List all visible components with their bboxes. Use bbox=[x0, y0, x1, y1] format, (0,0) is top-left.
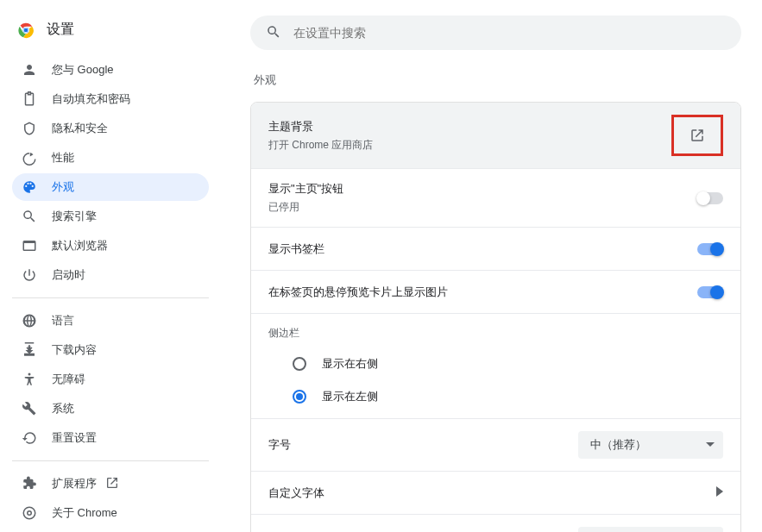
radio-checked-icon bbox=[293, 390, 306, 404]
row-title: 显示"主页"按钮 bbox=[268, 181, 343, 197]
nav-on-startup[interactable]: 启动时 bbox=[12, 261, 209, 289]
svg-point-5 bbox=[28, 511, 32, 516]
svg-point-2 bbox=[24, 28, 28, 32]
nav-default-browser[interactable]: 默认浏览器 bbox=[12, 232, 209, 260]
shield-icon bbox=[21, 120, 38, 137]
custom-fonts-row[interactable]: 自定义字体 bbox=[251, 472, 740, 515]
nav-label: 外观 bbox=[52, 179, 74, 195]
divider bbox=[12, 297, 209, 298]
row-subtitle: 打开 Chrome 应用商店 bbox=[268, 138, 373, 153]
select-value: 中（推荐） bbox=[590, 437, 646, 453]
globe-icon bbox=[21, 312, 38, 329]
nav-privacy[interactable]: 隐私和安全 bbox=[12, 115, 209, 142]
bookmarks-bar-toggle[interactable] bbox=[697, 243, 723, 255]
open-in-new-icon bbox=[690, 128, 705, 143]
open-webstore-button[interactable] bbox=[671, 115, 723, 156]
nav-label: 自动填充和密码 bbox=[52, 91, 130, 107]
speedometer-icon bbox=[21, 149, 38, 166]
main-content: 外观 主题背景 打开 Chrome 应用商店 显示"主页"按钮 已停用 bbox=[216, 0, 762, 532]
nav-label: 关于 Chrome bbox=[52, 505, 117, 521]
nav-system[interactable]: 系统 bbox=[12, 395, 209, 422]
page-title: 设置 bbox=[47, 21, 74, 39]
row-title: 显示书签栏 bbox=[268, 241, 324, 257]
nav-label: 重置设置 bbox=[52, 430, 97, 446]
nav-label: 默认浏览器 bbox=[52, 238, 108, 253]
svg-point-3 bbox=[28, 373, 31, 376]
nav-accessibility[interactable]: 无障碍 bbox=[12, 366, 209, 393]
nav-appearance[interactable]: 外观 bbox=[12, 173, 209, 201]
radio-label: 显示在右侧 bbox=[322, 356, 378, 372]
clipboard-icon bbox=[21, 91, 38, 108]
nav-label: 您与 Google bbox=[52, 62, 114, 78]
font-size-row: 字号 中（推荐） bbox=[251, 419, 740, 472]
palette-icon bbox=[21, 178, 38, 196]
row-title: 字号 bbox=[268, 437, 291, 453]
side-panel-header: 侧边栏 bbox=[251, 314, 740, 347]
open-in-new-icon bbox=[105, 476, 119, 492]
nav-label: 系统 bbox=[52, 401, 74, 416]
restore-icon bbox=[21, 429, 38, 447]
person-icon bbox=[21, 61, 38, 78]
section-title: 外观 bbox=[250, 72, 741, 88]
bookmarks-bar-row: 显示书签栏 bbox=[251, 228, 740, 271]
side-panel-left-option[interactable]: 显示在左侧 bbox=[251, 380, 740, 413]
nav-autofill[interactable]: 自动填充和密码 bbox=[12, 85, 209, 113]
row-title: 在标签页的悬停预览卡片上显示图片 bbox=[268, 285, 448, 300]
search-box[interactable] bbox=[250, 16, 741, 50]
power-icon bbox=[21, 266, 38, 284]
row-title: 自定义字体 bbox=[268, 485, 324, 501]
extension-icon bbox=[21, 475, 38, 492]
nav-label: 无障碍 bbox=[52, 372, 85, 387]
settings-card: 主题背景 打开 Chrome 应用商店 显示"主页"按钮 已停用 显示书签栏 bbox=[250, 102, 741, 532]
radio-label: 显示在左侧 bbox=[322, 389, 378, 404]
home-button-row: 显示"主页"按钮 已停用 bbox=[251, 169, 740, 228]
search-icon bbox=[266, 24, 293, 42]
page-zoom-select[interactable]: 100% bbox=[578, 527, 723, 532]
theme-row[interactable]: 主题背景 打开 Chrome 应用商店 bbox=[251, 103, 740, 169]
side-panel-group: 侧边栏 显示在右侧 显示在左侧 bbox=[251, 314, 740, 419]
nav-performance[interactable]: 性能 bbox=[12, 144, 209, 172]
search-input[interactable] bbox=[293, 26, 726, 40]
tab-preview-row: 在标签页的悬停预览卡片上显示图片 bbox=[251, 271, 740, 314]
chevron-down-icon bbox=[706, 439, 715, 452]
nav-label: 语言 bbox=[52, 313, 74, 329]
sidebar-header: 设置 bbox=[12, 14, 209, 56]
nav-downloads[interactable]: 下载内容 bbox=[12, 336, 209, 364]
radio-unchecked-icon bbox=[293, 357, 306, 371]
search-icon bbox=[21, 208, 38, 225]
nav-label: 下载内容 bbox=[52, 342, 97, 358]
nav-label: 启动时 bbox=[52, 267, 85, 283]
nav-reset[interactable]: 重置设置 bbox=[12, 424, 209, 452]
tab-preview-toggle[interactable] bbox=[697, 286, 723, 298]
nav-languages[interactable]: 语言 bbox=[12, 307, 209, 335]
nav-extensions[interactable]: 扩展程序 bbox=[12, 470, 209, 498]
chrome-logo-icon bbox=[17, 22, 35, 39]
home-button-toggle[interactable] bbox=[697, 192, 723, 204]
nav-label: 性能 bbox=[52, 150, 74, 166]
nav-you-and-google[interactable]: 您与 Google bbox=[12, 56, 209, 84]
accessibility-icon bbox=[21, 371, 38, 388]
chrome-outline-icon bbox=[21, 504, 38, 522]
nav-about-chrome[interactable]: 关于 Chrome bbox=[12, 499, 209, 527]
page-zoom-row: 网页缩放 100% bbox=[251, 515, 740, 532]
nav-label: 搜索引擎 bbox=[52, 209, 97, 224]
nav-label: 隐私和安全 bbox=[52, 121, 108, 136]
row-subtitle: 已停用 bbox=[268, 200, 343, 215]
chevron-right-icon bbox=[716, 486, 723, 499]
row-title: 主题背景 bbox=[268, 119, 373, 135]
svg-point-4 bbox=[23, 507, 35, 519]
sidebar: 设置 您与 Google 自动填充和密码 隐私和安全 性能 外观 搜索引擎 bbox=[0, 0, 216, 532]
nav-search-engine[interactable]: 搜索引擎 bbox=[12, 203, 209, 230]
download-icon bbox=[21, 341, 38, 359]
font-size-select[interactable]: 中（推荐） bbox=[578, 431, 723, 459]
nav-label: 扩展程序 bbox=[52, 476, 97, 491]
divider bbox=[12, 460, 209, 461]
side-panel-right-option[interactable]: 显示在右侧 bbox=[251, 347, 740, 380]
wrench-icon bbox=[21, 400, 38, 417]
browser-icon bbox=[21, 237, 38, 254]
